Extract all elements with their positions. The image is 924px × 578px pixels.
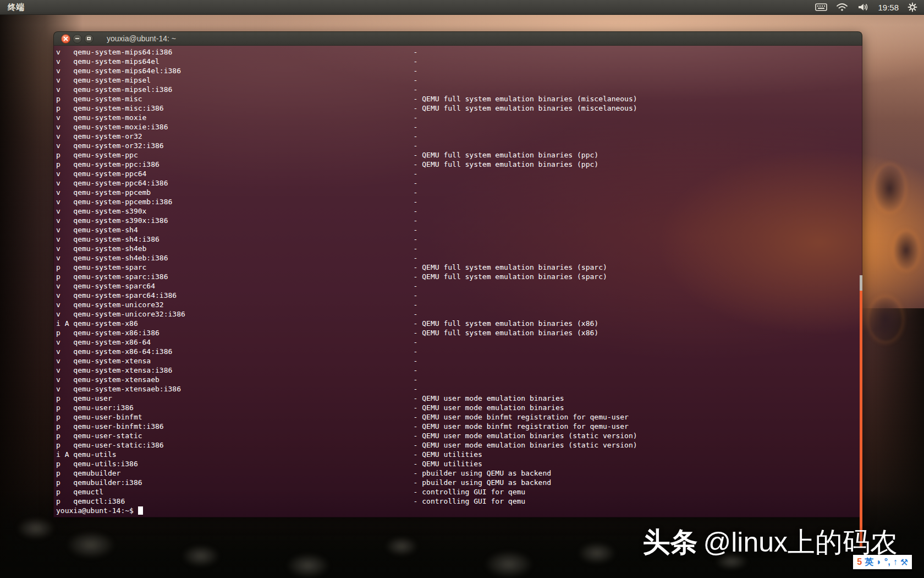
- background-fluff: [182, 545, 220, 567]
- package-line: v qemu-system-ppc64 -: [56, 169, 862, 178]
- window-minimize-button[interactable]: [73, 34, 82, 43]
- package-line: p qemu-system-x86:i386 - QEMU full syste…: [56, 328, 862, 337]
- terminal-scrollback: v qemu-system-mips64:i386 - v qemu-syste…: [56, 47, 862, 506]
- session-gear-icon[interactable]: [908, 2, 917, 12]
- package-line: v qemu-system-or32:i386 -: [56, 141, 862, 150]
- window-maximize-button[interactable]: [84, 34, 94, 43]
- background-fluff: [286, 553, 330, 578]
- volume-icon[interactable]: [857, 3, 869, 12]
- package-line: v qemu-system-xtensa:i386 -: [56, 366, 862, 375]
- active-app-menu[interactable]: 终端: [8, 2, 25, 13]
- window-close-button[interactable]: [61, 34, 70, 43]
- network-wifi-icon[interactable]: [836, 3, 848, 12]
- package-line: p qemu-system-ppc:i386 - QEMU full syste…: [56, 160, 862, 169]
- package-line: v qemu-system-mips64el -: [56, 57, 862, 66]
- package-line: p qemu-user-static - QEMU user mode emul…: [56, 431, 862, 440]
- package-line: p qemu-user-static:i386 - QEMU user mode…: [56, 440, 862, 450]
- package-line: v qemu-system-mips64el:i386 -: [56, 66, 862, 75]
- background-fluff: [484, 550, 534, 578]
- package-line: i A qemu-system-x86 - QEMU full system e…: [56, 319, 862, 328]
- package-line: p qemu-system-sparc - QEMU full system e…: [56, 263, 862, 272]
- watermark-badge-icon: ◗: [876, 557, 882, 567]
- package-line: p qemu-system-misc:i386 - QEMU full syst…: [56, 103, 862, 113]
- package-line: v qemu-system-mips64:i386 -: [56, 47, 862, 57]
- watermark-badge-icon: 英: [865, 557, 873, 568]
- watermark-badges: 5英◗°,↑⚒: [853, 555, 912, 569]
- package-line: v qemu-system-moxie -: [56, 113, 862, 122]
- package-line: v qemu-system-mipsel -: [56, 75, 862, 85]
- terminal-cursor: [138, 506, 143, 515]
- package-line: v qemu-system-xtensaeb:i386 -: [56, 384, 862, 394]
- package-line: v qemu-system-moxie:i386 -: [56, 122, 862, 132]
- package-line: v qemu-system-sparc64 -: [56, 281, 862, 291]
- background-grass-seed: [894, 231, 919, 270]
- package-line: p qemubuilder:i386 - pbuilder using QEMU…: [56, 478, 862, 487]
- package-line: p qemu-user - QEMU user mode emulation b…: [56, 394, 862, 403]
- prompt-line: youxia@ubunt-14:~$: [56, 506, 862, 515]
- top-menu-bar: 终端: [0, 0, 924, 15]
- scrollbar-thumb[interactable]: [860, 291, 862, 548]
- package-line: p qemuctl:i386 - controlling GUI for qem…: [56, 497, 862, 506]
- watermark-handle: @linux上的码农: [703, 527, 898, 558]
- package-line: v qemu-system-sh4eb -: [56, 244, 862, 253]
- package-line: v qemu-system-s390x:i386 -: [56, 216, 862, 225]
- package-line: p qemubuilder - pbuilder using QEMU as b…: [56, 468, 862, 478]
- terminal-output[interactable]: v qemu-system-mips64:i386 - v qemu-syste…: [53, 46, 862, 517]
- background-fluff: [66, 531, 116, 559]
- package-line: v qemu-system-x86-64:i386 -: [56, 347, 862, 356]
- terminal-titlebar[interactable]: youxia@ubunt-14: ~: [53, 31, 862, 46]
- package-line: p qemu-user-binfmt - QEMU user mode binf…: [56, 412, 862, 422]
- scrollbar-track[interactable]: [860, 275, 862, 291]
- package-line: p qemu-user-binfmt:i386 - QEMU user mode…: [56, 422, 862, 431]
- package-line: v qemu-system-xtensa -: [56, 356, 862, 366]
- shell-prompt: youxia@ubunt-14:~$: [56, 506, 134, 515]
- keyboard-layout-icon[interactable]: [815, 3, 827, 12]
- watermark-badge-icon: °,: [884, 557, 890, 567]
- package-line: p qemu-system-misc - QEMU full system em…: [56, 94, 862, 103]
- background-grass-seed: [875, 165, 905, 212]
- background-fluff: [16, 517, 55, 539]
- watermark-brand: 头条: [642, 527, 697, 558]
- background-fluff: [578, 542, 616, 564]
- system-tray: 19:58: [815, 2, 917, 12]
- package-line: v qemu-system-unicore32 -: [56, 300, 862, 309]
- package-line: v qemu-system-ppcemb:i386 -: [56, 197, 862, 206]
- package-line: v qemu-system-sh4 -: [56, 225, 862, 235]
- package-line: p qemu-system-sparc:i386 - QEMU full sys…: [56, 272, 862, 281]
- package-line: v qemu-system-sh4eb:i386 -: [56, 253, 862, 263]
- package-line: v qemu-system-sh4:i386 -: [56, 235, 862, 244]
- package-line: v qemu-system-x86-64 -: [56, 337, 862, 347]
- window-title: youxia@ubunt-14: ~: [107, 34, 176, 43]
- package-line: v qemu-system-ppcemb -: [56, 188, 862, 197]
- package-line: v qemu-system-unicore32:i386 -: [56, 309, 862, 319]
- package-line: p qemuctl - controlling GUI for qemu: [56, 487, 862, 497]
- package-line: v qemu-system-ppc64:i386 -: [56, 178, 862, 188]
- background-fluff: [385, 537, 418, 556]
- package-line: v qemu-system-s390x -: [56, 206, 862, 216]
- package-line: p qemu-system-ppc - QEMU full system emu…: [56, 150, 862, 160]
- package-line: v qemu-system-or32 -: [56, 132, 862, 141]
- watermark-badge-icon: ↑: [893, 557, 898, 567]
- watermark-badge-icon: ⚒: [900, 557, 908, 568]
- package-line: v qemu-system-sparc64:i386 -: [56, 291, 862, 300]
- package-line: v qemu-system-xtensaeb -: [56, 375, 862, 384]
- terminal-window: youxia@ubunt-14: ~ v qemu-system-mips64:…: [53, 31, 862, 517]
- package-line: p qemu-utils:i386 - QEMU utilities: [56, 459, 862, 468]
- watermark-badge-icon: 5: [857, 557, 862, 567]
- package-line: p qemu-user:i386 - QEMU user mode emulat…: [56, 403, 862, 412]
- background-grass-seed: [869, 297, 902, 341]
- package-line: i A qemu-utils - QEMU utilities: [56, 450, 862, 459]
- clock[interactable]: 19:58: [878, 3, 899, 12]
- package-line: v qemu-system-mipsel:i386 -: [56, 85, 862, 94]
